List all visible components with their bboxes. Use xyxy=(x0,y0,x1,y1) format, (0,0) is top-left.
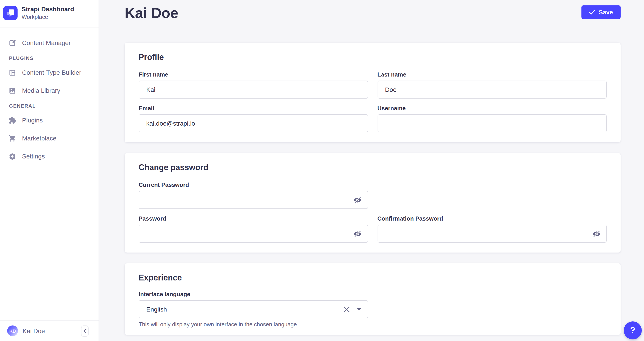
chevron-down-icon xyxy=(357,308,361,311)
profile-card-heading: Profile xyxy=(138,53,607,62)
email-field: Email xyxy=(138,105,368,132)
check-icon xyxy=(589,10,595,15)
last-name-label: Last name xyxy=(377,71,607,78)
interface-language-select[interactable]: English xyxy=(138,300,368,318)
sidebar-item-label: Marketplace xyxy=(22,134,56,142)
sidebar-nav: Content Manager PLUGINS Content-Type Bui… xyxy=(0,28,98,320)
eye-off-icon xyxy=(353,229,362,238)
confirm-password-field: Confirmation Password xyxy=(377,215,607,243)
current-password-input[interactable] xyxy=(139,191,368,208)
settings-icon xyxy=(8,152,16,160)
sidebar-item-label: Content-Type Builder xyxy=(22,69,81,76)
sidebar-item-settings[interactable]: Settings xyxy=(0,151,98,162)
email-input[interactable] xyxy=(138,114,368,132)
interface-language-label: Interface language xyxy=(138,291,368,298)
first-name-label: First name xyxy=(138,71,368,78)
sidebar-item-label: Media Library xyxy=(22,87,60,94)
sidebar-item-label: Plugins xyxy=(22,116,43,124)
page-header: Kai Doe Save xyxy=(125,4,620,22)
new-password-field: Password xyxy=(138,215,368,243)
toggle-password-visibility-button[interactable] xyxy=(353,195,362,204)
chevron-left-icon xyxy=(83,328,87,333)
sidebar-item-plugins[interactable]: Plugins xyxy=(0,115,98,126)
user-name: Kai Doe xyxy=(22,327,81,334)
app-viewport: Strapi Dashboard Workplace Content Manag… xyxy=(0,0,644,341)
sidebar-section-general: GENERAL xyxy=(0,103,98,108)
toggle-password-visibility-button[interactable] xyxy=(592,229,601,238)
change-password-card: Change password Current Password xyxy=(125,153,620,252)
save-button-label: Save xyxy=(599,9,613,16)
help-button[interactable]: ? xyxy=(624,322,642,340)
new-password-input[interactable] xyxy=(139,225,368,242)
sidebar-section-plugins: PLUGINS xyxy=(0,55,98,61)
experience-card: Experience Interface language English xyxy=(125,263,620,335)
sidebar-item-label: Content Manager xyxy=(22,39,71,46)
eye-off-icon xyxy=(353,196,362,204)
confirm-password-input[interactable] xyxy=(378,225,606,242)
plugins-icon xyxy=(8,116,16,124)
brand[interactable]: Strapi Dashboard Workplace xyxy=(0,0,98,28)
sidebar-item-content-manager[interactable]: Content Manager xyxy=(0,37,98,48)
media-library-icon xyxy=(8,87,16,94)
sidebar-item-label: Settings xyxy=(22,152,45,160)
interface-language-value: English xyxy=(146,306,342,313)
change-password-heading: Change password xyxy=(138,163,607,172)
last-name-input[interactable] xyxy=(377,80,607,98)
brand-text: Strapi Dashboard Workplace xyxy=(22,6,74,21)
content-type-builder-icon xyxy=(8,69,16,76)
brand-subtitle: Workplace xyxy=(22,14,74,21)
marketplace-icon xyxy=(8,134,16,142)
question-mark-icon: ? xyxy=(630,326,635,335)
eye-off-icon xyxy=(592,229,600,238)
save-button[interactable]: Save xyxy=(582,6,620,19)
experience-card-heading: Experience xyxy=(138,273,607,283)
first-name-field: First name xyxy=(138,71,368,98)
email-label: Email xyxy=(138,105,368,112)
new-password-label: Password xyxy=(138,215,368,222)
sidebar-item-marketplace[interactable]: Marketplace xyxy=(0,133,98,144)
profile-card: Profile First name Last name Email Usern… xyxy=(125,43,620,142)
current-password-field: Current Password xyxy=(138,182,368,209)
strapi-logo-icon xyxy=(3,6,18,20)
sidebar-footer: KD Kai Doe xyxy=(0,320,98,341)
content-manager-icon xyxy=(8,39,16,46)
username-field: Username xyxy=(377,105,607,132)
main-content: Kai Doe Save Profile First name Last n xyxy=(99,0,644,341)
interface-language-field: Interface language English xyxy=(138,291,368,328)
page-title: Kai Doe xyxy=(125,4,178,22)
username-label: Username xyxy=(377,105,607,112)
toggle-password-visibility-button[interactable] xyxy=(353,229,362,238)
confirm-password-label: Confirmation Password xyxy=(377,215,607,222)
first-name-input[interactable] xyxy=(138,80,368,98)
current-password-label: Current Password xyxy=(138,182,368,188)
interface-language-helper: This will only display your own interfac… xyxy=(138,322,368,328)
sidebar-collapse-button[interactable] xyxy=(81,325,89,336)
sidebar-item-content-type-builder[interactable]: Content-Type Builder xyxy=(0,67,98,78)
brand-title: Strapi Dashboard xyxy=(22,6,74,13)
last-name-field: Last name xyxy=(377,71,607,98)
clear-icon[interactable] xyxy=(342,305,351,314)
sidebar: Strapi Dashboard Workplace Content Manag… xyxy=(0,0,99,341)
username-input[interactable] xyxy=(377,114,607,132)
avatar[interactable]: KD xyxy=(7,326,18,336)
sidebar-item-media-library[interactable]: Media Library xyxy=(0,85,98,96)
